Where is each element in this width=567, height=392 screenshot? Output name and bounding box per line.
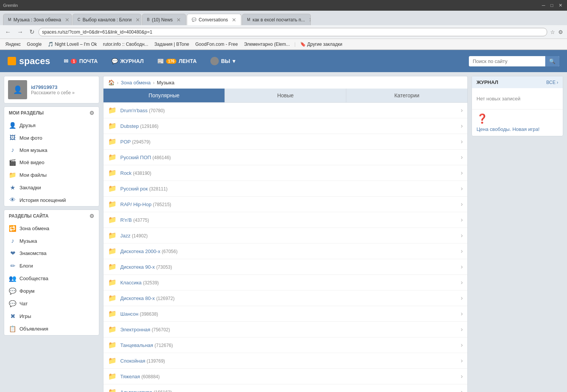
folder-item[interactable]: 📁 Классика (32539) › [103, 275, 467, 290]
bookmark-nightlovell[interactable]: 🎵 Night Lovell – I'm Ok [45, 41, 99, 48]
folder-item[interactable]: 📁 Дискотека 2000-х (67056) › [103, 244, 467, 259]
folder-link[interactable]: POP [120, 139, 131, 145]
folder-link[interactable]: Электронная [120, 327, 150, 332]
folder-link[interactable]: R'n'B [120, 217, 132, 223]
folder-link[interactable]: Дискотека 2000-х [120, 248, 160, 254]
close-button[interactable]: ✕ [557, 3, 564, 8]
maximize-button[interactable]: □ [549, 3, 555, 8]
site-sections-header: РАЗДЕЛЫ САЙТА ⚙ [4, 210, 99, 222]
folder-link[interactable]: Классика [120, 280, 142, 286]
back-button[interactable]: ← [3, 28, 13, 36]
settings-icon[interactable]: ⚙ [557, 28, 564, 36]
bookmark-rutor[interactable]: rutor.info :: Свободн... [101, 41, 151, 48]
tab-music[interactable]: М Музыка : Зона обмена ✕ [3, 14, 72, 25]
folder-item[interactable]: 📁 Спокойная (139769) › [103, 353, 467, 369]
tab-excel[interactable]: М как в excel посчитать п... ✕ [242, 14, 311, 25]
breadcrumb-zone[interactable]: Зона обмена [121, 80, 150, 85]
folder-item[interactable]: 📁 Дискотека 80-х (126972) › [103, 290, 467, 306]
sidebar-item-dating[interactable]: ❤ Знакомства [4, 247, 99, 260]
sidebar-item-chat[interactable]: 💬 Чат [4, 297, 99, 310]
sidebar-item-bookmarks[interactable]: ★ Закладки [4, 181, 99, 194]
bookmark-star-icon[interactable]: ☆ [549, 28, 556, 36]
folder-item[interactable]: 📁 RAP/ Hip-Hop (785215) › [103, 197, 467, 212]
folder-link[interactable]: Альтернатива [120, 389, 152, 392]
nav-profile[interactable]: ВЫ ▾ [204, 54, 241, 68]
url-input[interactable] [39, 28, 547, 36]
folder-link[interactable]: Dubstep [120, 123, 139, 129]
journal-all-link[interactable]: ВСЕ › [546, 80, 558, 85]
bookmark-elementary[interactable]: Элементарно (Elem... [242, 41, 292, 48]
search-input[interactable] [469, 56, 545, 66]
folder-link[interactable]: Русский рок [120, 186, 148, 192]
tab-popular[interactable]: Популярные [103, 89, 225, 102]
folder-item[interactable]: 📁 R'n'B (43775) › [103, 212, 467, 228]
tab-categories[interactable]: Категории [346, 89, 467, 102]
sidebar-item-history[interactable]: 👁 История посещений [4, 194, 99, 206]
folder-link[interactable]: Тяжелая [120, 374, 140, 379]
folder-item[interactable]: 📁 Танцевальная (712676) › [103, 337, 467, 353]
folder-link[interactable]: Спокойная [120, 358, 145, 364]
sidebar-item-video[interactable]: 🎬 Моё видео [4, 156, 99, 169]
folder-link[interactable]: Drum'n'bass [120, 108, 147, 113]
sidebar-item-exchange[interactable]: 🔁 Зона обмена [4, 222, 99, 235]
folder-item[interactable]: 📁 Альтернатива (166162) › [103, 384, 467, 392]
folder-item[interactable]: 📁 Электронная (756702) › [103, 322, 467, 337]
folder-link[interactable]: Шансон [120, 311, 138, 317]
site-logo[interactable]: spaces [8, 56, 50, 66]
bookmark-other[interactable]: 🔖 Другие закладки [298, 41, 344, 48]
bookmark-btone[interactable]: Задания | BTone [152, 41, 191, 48]
sidebar-item-communities[interactable]: 👥 Сообщества [4, 272, 99, 285]
folder-link[interactable]: RAP/ Hip-Hop [120, 202, 152, 207]
nav-journal[interactable]: 💬 ЖУРНАЛ [105, 55, 150, 67]
folder-item[interactable]: 📁 Шансон (398638) › [103, 306, 467, 322]
nav-mail[interactable]: ✉ 1 ПОЧТА [58, 55, 104, 67]
folder-link[interactable]: Jazz [120, 233, 131, 239]
tab-vk[interactable]: В (10) News ✕ [142, 14, 186, 25]
bookmark-google[interactable]: Google [24, 41, 44, 48]
folder-link[interactable]: Rock [120, 170, 132, 176]
tab-excel-close[interactable]: ✕ [309, 17, 311, 23]
folder-item[interactable]: 📁 POP (294579) › [103, 134, 467, 150]
my-sections-gear-icon[interactable]: ⚙ [89, 110, 94, 116]
minimize-button[interactable]: ─ [540, 3, 547, 8]
sidebar-item-music[interactable]: ♪ Моя музыка [4, 144, 99, 156]
journal-ad-link[interactable]: Цена свободы. Новая игра! [477, 126, 540, 132]
tab-channels[interactable]: С Выбор каналов : Блоги ✕ [73, 14, 141, 25]
folder-item[interactable]: 📁 Дискотека 90-х (73053) › [103, 259, 467, 275]
folder-item[interactable]: 📁 Русский ПОП (486146) › [103, 150, 467, 165]
tab-channels-close[interactable]: ✕ [136, 17, 140, 23]
search-button[interactable]: 🔍 [545, 56, 559, 66]
tab-conversations-close[interactable]: ✕ [232, 17, 236, 23]
folder-link[interactable]: Танцевальная [120, 342, 153, 348]
folder-item[interactable]: 📁 Drum'n'bass (70780) › [103, 103, 467, 118]
forward-button[interactable]: → [15, 28, 25, 36]
site-sections-gear-icon[interactable]: ⚙ [89, 213, 94, 219]
folder-item[interactable]: 📁 Тяжелая (608884) › [103, 369, 467, 384]
sidebar-item-games[interactable]: ✖ Игры [4, 310, 99, 323]
sidebar-item-files[interactable]: 📁 Мои файлы [4, 169, 99, 181]
folder-link[interactable]: Дискотека 90-х [120, 264, 155, 270]
sidebar-item-blogs[interactable]: ✏ Блоги [4, 260, 99, 272]
folder-item[interactable]: 📁 Русский рок (328111) › [103, 181, 467, 197]
bookmark-yandex[interactable]: Яндекс [3, 41, 23, 48]
sidebar-item-friends[interactable]: 👤 Друзья [4, 119, 99, 132]
refresh-button[interactable]: ↻ [27, 27, 36, 36]
folder-link[interactable]: Русский ПОП [120, 155, 151, 160]
tab-vk-close[interactable]: ✕ [176, 17, 181, 23]
tab-conversations[interactable]: 💬 Conversations ✕ [187, 14, 241, 25]
user-id[interactable]: id79919973 [31, 84, 75, 90]
user-description[interactable]: Расскажите о себе » [31, 90, 75, 95]
bookmark-goodfon[interactable]: GoodFon.com - Free [193, 41, 240, 48]
sidebar-item-site-music[interactable]: ♪ Музыка [4, 235, 99, 247]
nav-feed[interactable]: 📰 176 ЛЕНТА [151, 55, 203, 67]
tab-music-close[interactable]: ✕ [65, 17, 69, 23]
sidebar-item-photos[interactable]: 🖼 Мои фото [4, 132, 99, 144]
tab-new[interactable]: Новые [225, 89, 346, 102]
sidebar-item-ads[interactable]: 📋 Объявления [4, 323, 99, 335]
folder-item[interactable]: 📁 Jazz (14902) › [103, 228, 467, 244]
home-icon[interactable]: 🏠 [108, 79, 115, 85]
sidebar-item-forum[interactable]: 💬 Форум [4, 285, 99, 297]
folder-item[interactable]: 📁 Dubstep (129186) › [103, 118, 467, 134]
folder-item[interactable]: 📁 Rock (438190) › [103, 165, 467, 181]
folder-link[interactable]: Дискотека 80-х [120, 295, 155, 301]
